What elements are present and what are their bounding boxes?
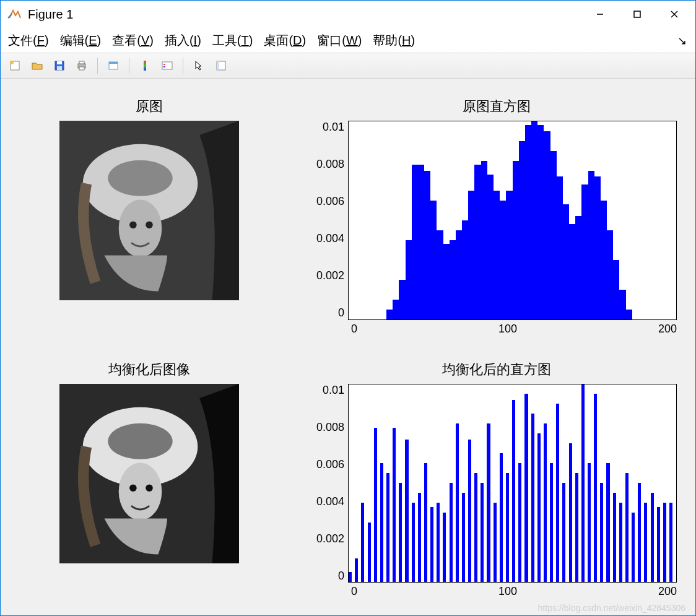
- svg-point-30: [129, 484, 137, 492]
- svg-point-5: [10, 61, 14, 64]
- x-tick-label: 0: [351, 585, 357, 598]
- subplot-title: 原图: [136, 97, 163, 116]
- y-tick-label: 0.01: [323, 121, 344, 134]
- svg-rect-17: [163, 66, 165, 67]
- subplot-original-image: 原图: [19, 97, 279, 336]
- x-tick-label: 200: [658, 323, 677, 336]
- y-tick-label: 0.006: [316, 195, 344, 208]
- window-title: Figure 1: [28, 7, 581, 22]
- print-button[interactable]: [72, 56, 91, 75]
- plot-area: [348, 121, 677, 320]
- save-button[interactable]: [50, 56, 69, 75]
- menu-tools[interactable]: 工具(T): [212, 32, 253, 49]
- menu-help[interactable]: 帮助(H): [373, 32, 415, 49]
- svg-point-22: [108, 160, 172, 196]
- svg-point-25: [146, 221, 153, 228]
- figure-canvas: 原图 原图直方图 0.01 0.008 0: [1, 79, 695, 616]
- edit-plot-button[interactable]: [104, 56, 123, 75]
- minimize-button[interactable]: [581, 1, 619, 28]
- svg-point-31: [146, 484, 153, 492]
- axes-equalized-histogram: 0.01 0.008 0.006 0.004 0.002 0 0 100 200: [316, 384, 677, 599]
- y-ticks: 0.01 0.008 0.006 0.004 0.002 0: [316, 121, 348, 320]
- y-tick-label: 0.002: [316, 532, 344, 545]
- colorbar-button[interactable]: [136, 56, 154, 75]
- axes-original-histogram: 0.01 0.008 0.006 0.004 0.002 0 0 100 200: [316, 121, 677, 336]
- svg-rect-1: [634, 11, 640, 17]
- y-tick-label: 0: [338, 570, 344, 583]
- y-tick-label: 0.008: [316, 421, 344, 434]
- y-tick-label: 0.002: [316, 269, 344, 282]
- x-ticks: 0 100 200: [351, 320, 677, 336]
- y-ticks: 0.01 0.008 0.006 0.004 0.002 0: [316, 384, 348, 583]
- new-figure-button[interactable]: [6, 56, 24, 75]
- image-original: [59, 121, 239, 300]
- maximize-button[interactable]: [619, 1, 656, 28]
- subplot-title: 原图直方图: [463, 97, 531, 116]
- svg-point-29: [119, 462, 162, 520]
- toolbar: [1, 53, 695, 79]
- watermark-text: https://blog.csdn.net/weixin_42845306: [538, 603, 685, 613]
- properties-button[interactable]: [212, 56, 230, 75]
- y-tick-label: 0.008: [316, 158, 344, 171]
- menubar: 文件(F) 编辑(E) 查看(V) 插入(I) 工具(T) 桌面(D) 窗口(W…: [1, 28, 695, 53]
- svg-rect-16: [163, 64, 165, 65]
- subplot-title: 均衡化后图像: [108, 360, 190, 379]
- y-tick-label: 0: [338, 306, 344, 319]
- subplot-title: 均衡化后的直方图: [442, 360, 551, 379]
- subplot-equalized-image: 均衡化后图像: [19, 360, 279, 599]
- x-tick-label: 0: [351, 323, 357, 336]
- dock-arrow-icon[interactable]: ↘: [677, 34, 687, 48]
- y-tick-label: 0.004: [316, 232, 344, 245]
- menu-file[interactable]: 文件(F): [8, 32, 49, 49]
- x-tick-label: 100: [498, 323, 517, 336]
- y-tick-label: 0.006: [316, 458, 344, 471]
- svg-rect-11: [79, 67, 84, 70]
- svg-rect-19: [217, 61, 219, 70]
- open-button[interactable]: [28, 56, 46, 75]
- close-button[interactable]: [656, 1, 693, 28]
- svg-point-24: [129, 221, 137, 228]
- svg-rect-8: [57, 66, 62, 70]
- plot-area: [348, 384, 677, 583]
- matlab-icon: [7, 7, 22, 22]
- legend-button[interactable]: [158, 56, 176, 75]
- menu-insert[interactable]: 插入(I): [165, 32, 201, 49]
- svg-rect-10: [79, 61, 84, 64]
- menu-view[interactable]: 查看(V): [112, 32, 154, 49]
- svg-rect-14: [144, 61, 146, 71]
- pointer-button[interactable]: [189, 56, 208, 75]
- svg-rect-15: [162, 62, 172, 69]
- x-tick-label: 100: [498, 585, 517, 598]
- image-equalized: [59, 384, 239, 563]
- menu-window[interactable]: 窗口(W): [317, 32, 362, 49]
- toolbar-separator: [183, 58, 183, 74]
- svg-point-23: [119, 200, 162, 258]
- menu-desktop[interactable]: 桌面(D): [264, 32, 306, 49]
- subplot-original-histogram: 原图直方图 0.01 0.008 0.006 0.004 0.002 0 0 1…: [316, 97, 677, 336]
- y-tick-label: 0.004: [316, 495, 344, 508]
- toolbar-separator: [97, 58, 98, 74]
- x-tick-label: 200: [658, 585, 677, 598]
- svg-rect-13: [109, 62, 118, 64]
- toolbar-separator: [129, 58, 129, 74]
- titlebar: Figure 1: [1, 1, 695, 28]
- svg-rect-7: [57, 61, 62, 64]
- y-tick-label: 0.01: [323, 384, 344, 397]
- svg-point-28: [108, 423, 172, 459]
- subplot-equalized-histogram: 均衡化后的直方图 0.01 0.008 0.006 0.004 0.002 0 …: [316, 360, 677, 599]
- x-ticks: 0 100 200: [351, 583, 677, 598]
- menu-edit[interactable]: 编辑(E): [60, 32, 102, 49]
